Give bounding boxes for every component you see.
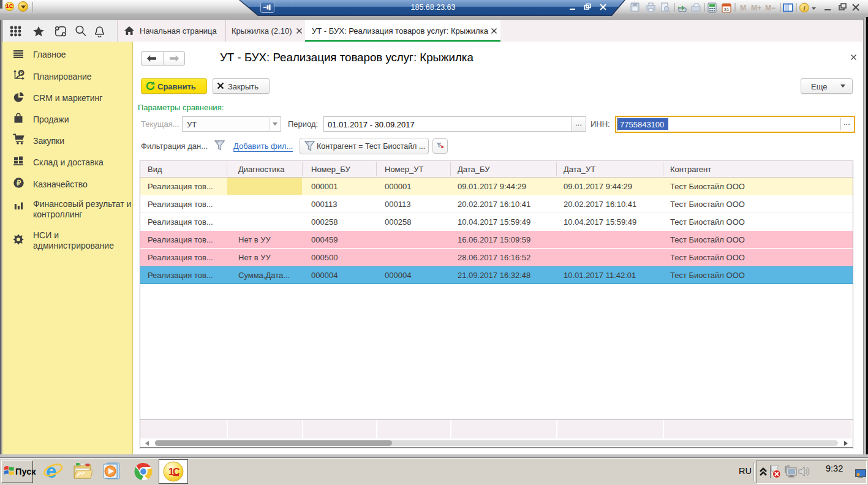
svg-text:M+: M+ bbox=[751, 4, 761, 12]
svg-text:31: 31 bbox=[724, 7, 730, 12]
svg-text:₽: ₽ bbox=[17, 179, 21, 187]
svg-text:M: M bbox=[740, 4, 746, 12]
svg-text:₽: ₽ bbox=[20, 70, 23, 76]
svg-text:M−: M− bbox=[765, 4, 776, 12]
svg-text:e: e bbox=[46, 461, 56, 481]
